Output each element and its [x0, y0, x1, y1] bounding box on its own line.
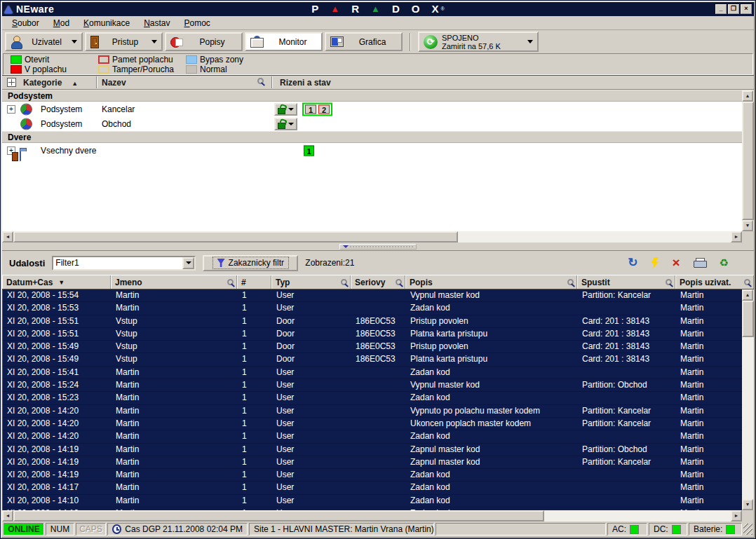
- column-header-count[interactable]: #: [237, 275, 271, 289]
- arm-disarm-button[interactable]: [274, 103, 297, 116]
- tree-vertical-scrollbar[interactable]: ▲ ▼: [742, 90, 754, 231]
- unlock-icon: [278, 120, 285, 128]
- search-icon[interactable]: [257, 78, 264, 84]
- event-cell-spustit: Partition: Obchod: [578, 379, 676, 391]
- events-vertical-scrollbar[interactable]: ▲ ▼: [742, 289, 754, 510]
- scroll-right-icon[interactable]: ►: [731, 510, 742, 521]
- resize-grip[interactable]: [743, 524, 752, 535]
- scroll-down-icon[interactable]: ▼: [742, 220, 753, 231]
- expand-icon[interactable]: +: [7, 105, 15, 114]
- event-row[interactable]: XI 20, 2008 - 14:20Martin1UserUkoncen po…: [3, 418, 742, 430]
- column-header-jmeno[interactable]: Jmeno: [111, 275, 237, 289]
- close-button[interactable]: ×: [741, 4, 752, 14]
- connection-button[interactable]: ⟳ SPOJENO Zamirit na 57,6 K: [418, 32, 539, 52]
- event-row[interactable]: XI 20, 2008 - 15:51Vstup1Door186E0C53Pla…: [3, 328, 742, 341]
- tree-cell-kategorie: Podsystem: [41, 104, 82, 114]
- event-row[interactable]: XI 20, 2008 - 14:17Martin1UserZadan kodM…: [3, 482, 742, 494]
- lightning-icon[interactable]: [651, 257, 659, 269]
- scroll-up-icon[interactable]: ▲: [742, 90, 753, 102]
- toolbar-button-monitor[interactable]: Monitor: [245, 32, 323, 51]
- arm-disarm-button[interactable]: [274, 118, 297, 130]
- toolbar-button-uzivatel[interactable]: Uzivatel: [5, 32, 83, 51]
- search-icon[interactable]: [227, 279, 234, 285]
- event-cell-spustit: Card: 201 : 38143: [578, 315, 676, 327]
- toolbar-button-grafica[interactable]: Grafica: [325, 32, 403, 51]
- maximize-button[interactable]: ❐: [728, 4, 739, 14]
- tree-row-obchod[interactable]: Podsystem Obchod: [2, 116, 754, 131]
- event-row[interactable]: XI 20, 2008 - 15:24Martin1UserVypnul mas…: [3, 379, 742, 392]
- search-icon[interactable]: [341, 279, 347, 285]
- custom-filter-button[interactable]: Zakaznicky filtr: [203, 255, 298, 271]
- minimize-button[interactable]: _: [715, 4, 727, 14]
- filter-combobox[interactable]: Filter1: [52, 256, 196, 271]
- menu-item-pomoc[interactable]: Pomoc: [178, 17, 215, 29]
- door-indicator-1[interactable]: 1: [304, 145, 314, 156]
- menu-item-soubor[interactable]: Soubor: [6, 17, 45, 29]
- event-row[interactable]: XI 20, 2008 - 14:19Martin1UserZapnul mas…: [3, 444, 742, 456]
- legend-item-pamet-poplachu: Pamet poplachu: [98, 55, 186, 64]
- search-icon[interactable]: [744, 279, 750, 285]
- menu-item-mod[interactable]: Mod: [48, 17, 75, 29]
- event-row[interactable]: XI 20, 2008 - 15:49Vstup1Door186E0C53Pri…: [3, 341, 742, 353]
- scroll-right-icon[interactable]: ►: [731, 231, 742, 243]
- menu-item-komunikace[interactable]: Komunikace: [78, 17, 135, 29]
- scroll-thumb[interactable]: [742, 102, 754, 220]
- event-row[interactable]: XI 20, 2008 - 15:53Martin1UserZadan kodM…: [3, 302, 742, 315]
- event-row[interactable]: XI 20, 2008 - 14:20Martin1UserVypnuto po…: [3, 405, 742, 418]
- recycle-icon[interactable]: ♻: [720, 258, 729, 268]
- event-row[interactable]: XI 20, 2008 - 14:19Martin1UserZapnul mas…: [3, 456, 742, 469]
- events-table: XI 20, 2008 - 15:54Martin1UserVypnul mas…: [2, 289, 754, 510]
- event-cell-seriovy: [351, 430, 406, 442]
- event-row[interactable]: XI 20, 2008 - 14:20Martin1UserZadan kodM…: [3, 430, 742, 443]
- scroll-up-icon[interactable]: ▲: [742, 289, 753, 301]
- search-icon[interactable]: [567, 279, 574, 285]
- refresh-icon[interactable]: ↻: [628, 258, 637, 268]
- event-row[interactable]: XI 20, 2008 - 15:41Martin1UserZadan kodM…: [3, 367, 742, 379]
- clear-events-icon[interactable]: ×: [672, 258, 680, 268]
- event-row[interactable]: XI 20, 2008 - 15:23Martin1UserZadan kodM…: [3, 392, 742, 404]
- column-header-popis[interactable]: Popis: [405, 275, 577, 289]
- event-cell-popis: Vypnuto po polachu master kodem: [406, 405, 578, 417]
- combo-dropdown-button[interactable]: [182, 257, 194, 269]
- event-cell-pocet: 1: [238, 495, 272, 507]
- column-divider[interactable]: [271, 76, 273, 88]
- column-divider[interactable]: [96, 76, 97, 88]
- event-cell-datum: XI 20, 2008 - 15:49: [3, 341, 112, 353]
- tree-column-rizeni[interactable]: Rizeni a stav: [280, 78, 331, 88]
- scroll-left-icon[interactable]: ◄: [2, 231, 13, 243]
- scroll-thumb[interactable]: [742, 301, 754, 337]
- tree-horizontal-scrollbar[interactable]: ◄ ►: [2, 231, 742, 243]
- toolbar-button-popisy[interactable]: Popisy: [165, 32, 243, 51]
- grid-icon[interactable]: [7, 78, 16, 87]
- zone-indicator-1[interactable]: 1: [305, 104, 316, 114]
- search-icon[interactable]: [666, 279, 672, 285]
- search-icon[interactable]: [396, 279, 402, 285]
- event-row[interactable]: XI 20, 2008 - 15:54Martin1UserVypnul mas…: [3, 289, 742, 302]
- event-row[interactable]: XI 20, 2008 - 15:49Vstup1Door186E0C53Pla…: [3, 353, 742, 366]
- scroll-left-icon[interactable]: ◄: [2, 510, 13, 521]
- column-header-spustit[interactable]: Spustit: [577, 275, 675, 289]
- print-icon[interactable]: [694, 258, 706, 268]
- tree-row-kancelar[interactable]: + Podsystem Kancelar 1 2: [2, 102, 754, 116]
- connection-status: SPOJENO: [442, 34, 523, 42]
- tree-row-vsechny-dvere[interactable]: + Vsechny dvere 1: [2, 143, 754, 158]
- tree-column-kategorie[interactable]: Kategorie▲: [23, 78, 78, 88]
- zone-indicator-2[interactable]: 2: [318, 104, 330, 114]
- scroll-thumb[interactable]: [13, 510, 544, 521]
- panel-splitter[interactable]: [2, 243, 754, 250]
- scroll-thumb[interactable]: [13, 231, 458, 243]
- column-header-datum[interactable]: Datum+Cas▼: [2, 275, 111, 289]
- event-row[interactable]: XI 20, 2008 - 14:10Martin1UserZadan kodM…: [3, 495, 742, 507]
- event-cell-popis: Zadan kod: [406, 367, 578, 378]
- scroll-down-icon[interactable]: ▼: [742, 499, 753, 510]
- column-header-typ[interactable]: Typ: [271, 275, 351, 289]
- event-row[interactable]: XI 20, 2008 - 14:19Martin1UserZadan kodM…: [3, 469, 742, 482]
- menu-item-nastav[interactable]: Nastav: [138, 17, 175, 29]
- event-row[interactable]: XI 20, 2008 - 15:51Vstup1Door186E0C53Pri…: [3, 315, 742, 328]
- column-header-popis-uzivat[interactable]: Popis uzivat.: [675, 275, 754, 289]
- toolbar-button-pristup[interactable]: Pristup: [85, 32, 163, 51]
- column-header-seriovy[interactable]: Seriovy: [351, 275, 405, 289]
- events-horizontal-scrollbar[interactable]: ◄ ►: [2, 510, 742, 521]
- tree-column-nazev[interactable]: Nazev: [102, 78, 126, 88]
- splitter-handle[interactable]: [339, 244, 417, 250]
